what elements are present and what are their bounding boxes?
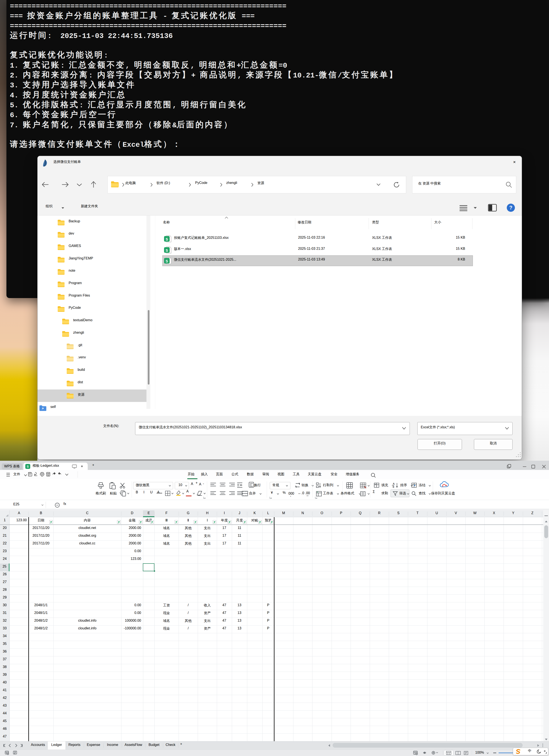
svg-text:A: A (393, 482, 395, 485)
svg-text:S: S (166, 237, 168, 241)
svg-text:Z: Z (393, 485, 394, 488)
svg-text:?: ? (509, 205, 513, 211)
svg-text:S: S (166, 259, 168, 263)
svg-text:S: S (27, 465, 29, 468)
svg-text:S: S (166, 248, 168, 253)
